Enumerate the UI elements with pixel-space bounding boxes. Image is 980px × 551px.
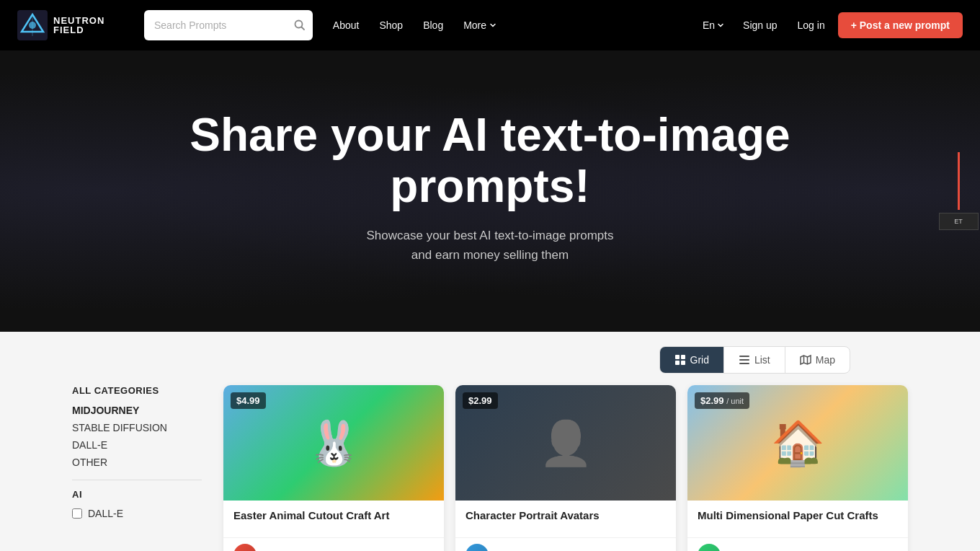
sidebar-item-dall-e[interactable]: DALL-E (72, 436, 202, 454)
hero-decoration: ET (937, 152, 980, 230)
list-label: List (754, 354, 770, 366)
language-selector[interactable]: En (697, 15, 730, 35)
view-toggle: Grid List Map (659, 346, 850, 374)
nav-more[interactable]: More (455, 15, 505, 35)
ai-title: AI (72, 489, 202, 500)
hero-title-line2: prompts! (390, 160, 589, 212)
sidebar: ALL CATEGORIES MIDJOURNEY STABLE DIFFUSI… (72, 385, 202, 551)
hero-deco-box: ET (939, 213, 979, 230)
svg-rect-7 (675, 355, 680, 359)
avatar: A (698, 544, 721, 551)
card-title: Easter Animal Cutout Craft Art (233, 509, 434, 521)
card-body: Multi Dimensional Paper Cut Crafts (687, 501, 908, 537)
dall-e-filter-label: DALL-E (88, 508, 123, 519)
price-badge: $4.99 (231, 392, 266, 409)
nav-right: En Sign up Log in + Post a new prompt (697, 12, 963, 38)
grid-label: Grid (690, 354, 709, 366)
sign-up-link[interactable]: Sign up (736, 15, 784, 35)
hero-section: Share your AI text-to-image prompts! Sho… (0, 50, 980, 332)
card-footer: A Aisage.co.uk (687, 537, 908, 551)
svg-rect-9 (675, 361, 680, 365)
logo-bottom: FIELD (53, 25, 104, 35)
ai-dall-e-filter[interactable]: DALL-E (72, 506, 202, 521)
sidebar-item-other[interactable]: OTHER (72, 454, 202, 471)
hero-subtitle-line2: and earn money selling them (411, 248, 569, 262)
search-input[interactable] (144, 10, 313, 40)
card-title: Multi Dimensional Paper Cut Crafts (698, 509, 898, 521)
card-footer: L luokeshenai (223, 537, 444, 551)
svg-rect-11 (739, 356, 749, 357)
logo[interactable]: NEUTRON FIELD (17, 10, 133, 40)
logo-icon (17, 10, 48, 40)
svg-rect-13 (739, 363, 749, 364)
dall-e-checkbox[interactable] (72, 508, 82, 519)
card-image-container: $2.99 (455, 385, 676, 501)
svg-rect-12 (739, 359, 749, 361)
hero-title: Share your AI text-to-image prompts! (190, 110, 790, 211)
nav-blog[interactable]: Blog (414, 15, 452, 35)
log-in-link[interactable]: Log in (790, 15, 832, 35)
price-unit: / unit (726, 397, 744, 405)
price-badge: $2.99 / unit (695, 392, 749, 409)
hero-subtitle-line1: Showcase your best AI text-to-image prom… (367, 229, 614, 242)
nav-more-label: More (463, 19, 486, 31)
svg-rect-8 (681, 355, 685, 359)
nav-links: About Shop Blog More (324, 15, 505, 35)
card-title: Character Portrait Avatars (466, 509, 666, 521)
hero-title-line1: Share your AI text-to-image (190, 109, 790, 161)
sidebar-item-stable-diffusion[interactable]: STABLE DIFFUSION (72, 419, 202, 436)
chevron-down-icon (489, 22, 496, 29)
view-toggle-container: Grid List Map (0, 346, 980, 385)
post-new-prompt-button[interactable]: + Post a new prompt (838, 12, 963, 38)
card-footer: E eko Leon (455, 537, 676, 551)
navbar: NEUTRON FIELD About Shop Blog More En (0, 0, 980, 50)
nav-about[interactable]: About (324, 15, 368, 35)
list-view-button[interactable]: List (724, 347, 785, 373)
hero-subtitle: Showcase your best AI text-to-image prom… (367, 226, 614, 265)
map-view-button[interactable]: Map (785, 347, 850, 373)
grid-view-button[interactable]: Grid (660, 347, 724, 373)
search-bar (144, 10, 313, 40)
sidebar-divider (72, 480, 202, 480)
price-value: $2.99 (700, 395, 724, 406)
cards-grid: $4.99 Easter Animal Cutout Craft Art L l… (223, 385, 908, 551)
card-portrait[interactable]: $2.99 Character Portrait Avatars E eko L… (455, 385, 676, 551)
search-icon (294, 19, 306, 31)
logo-text: NEUTRON FIELD (53, 16, 104, 35)
card-body: Easter Animal Cutout Craft Art (223, 501, 444, 537)
price-badge: $2.99 (463, 392, 498, 409)
grid-icon (674, 354, 686, 366)
svg-rect-10 (681, 361, 685, 365)
hero-deco-line (958, 152, 960, 210)
card-image-container: $2.99 / unit (687, 385, 908, 501)
map-icon (800, 354, 811, 366)
search-button[interactable] (294, 19, 306, 31)
card-paper-crafts[interactable]: $2.99 / unit Multi Dimensional Paper Cut… (687, 385, 908, 551)
sidebar-item-midjourney[interactable]: MIDJOURNEY (72, 402, 202, 419)
svg-line-6 (301, 27, 304, 30)
price-value: $4.99 (236, 395, 260, 406)
card-easter[interactable]: $4.99 Easter Animal Cutout Craft Art L l… (223, 385, 444, 551)
map-label: Map (816, 354, 835, 366)
avatar: L (233, 544, 257, 551)
lang-label: En (703, 19, 715, 31)
avatar: E (466, 544, 489, 551)
nav-shop[interactable]: Shop (370, 15, 411, 35)
categories-title: ALL CATEGORIES (72, 385, 202, 396)
content-area: Grid List Map ALL C (0, 332, 980, 551)
price-value: $2.99 (468, 395, 492, 406)
chevron-down-icon (717, 22, 724, 29)
card-body: Character Portrait Avatars (455, 501, 676, 537)
main-layout: ALL CATEGORIES MIDJOURNEY STABLE DIFFUSI… (0, 385, 980, 551)
card-image-container: $4.99 (223, 385, 444, 501)
list-icon (739, 354, 750, 366)
